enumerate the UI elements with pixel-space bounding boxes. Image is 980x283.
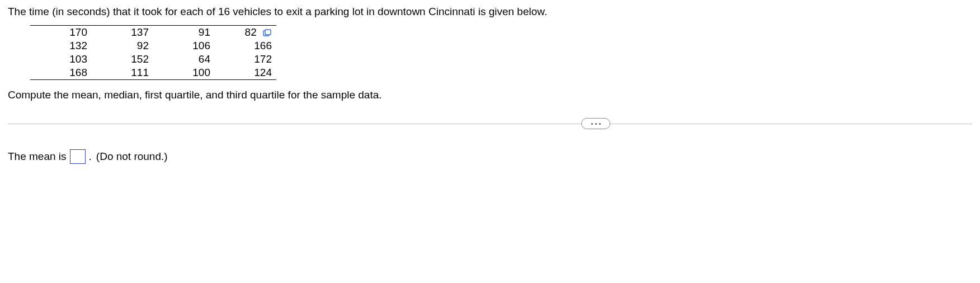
- answer-hint: (Do not round.): [96, 150, 168, 163]
- table-cell: 137: [92, 25, 153, 39]
- table-cell: 111: [92, 66, 153, 80]
- ellipsis-icon: [595, 123, 597, 125]
- table-row: 132 92 106 166: [30, 39, 276, 53]
- table-row: 168 111 100 124: [30, 66, 276, 80]
- table-cell: 92: [92, 39, 153, 53]
- table-cell: 132: [30, 39, 92, 53]
- svg-rect-1: [265, 30, 271, 35]
- table-cell: 103: [30, 53, 92, 66]
- table-cell: 64: [153, 53, 215, 66]
- answer-prefix: The mean is: [8, 150, 67, 163]
- section-divider: [8, 118, 972, 129]
- table-cell-value: 82: [245, 26, 257, 38]
- table-row: 103 152 64 172: [30, 53, 276, 66]
- table-cell: 170: [30, 25, 92, 39]
- table-cell: 100: [153, 66, 215, 80]
- table-cell: 152: [92, 53, 153, 66]
- divider-line: [8, 124, 972, 124]
- table-cell: 168: [30, 66, 92, 80]
- answer-period: .: [89, 150, 92, 163]
- table-cell: 166: [215, 39, 276, 53]
- table-cell: 172: [215, 53, 276, 66]
- table-cell: 106: [153, 39, 215, 53]
- ellipsis-icon: [591, 123, 593, 125]
- more-options-button[interactable]: [581, 118, 610, 129]
- question-instruction: Compute the mean, median, first quartile…: [8, 88, 972, 103]
- table-cell: 124: [215, 66, 276, 80]
- mean-input[interactable]: [70, 149, 86, 164]
- table-cell: 91: [153, 25, 215, 39]
- data-table: 170 137 91 82 132 92 106 166 103 152 64 …: [30, 25, 276, 80]
- question-lead: The time (in seconds) that it took for e…: [8, 4, 972, 20]
- answer-row: The mean is . (Do not round.): [8, 149, 972, 164]
- table-row: 170 137 91 82: [30, 25, 276, 39]
- table-cell: 82: [215, 25, 276, 39]
- ellipsis-icon: [599, 123, 601, 125]
- copy-icon[interactable]: [263, 29, 272, 37]
